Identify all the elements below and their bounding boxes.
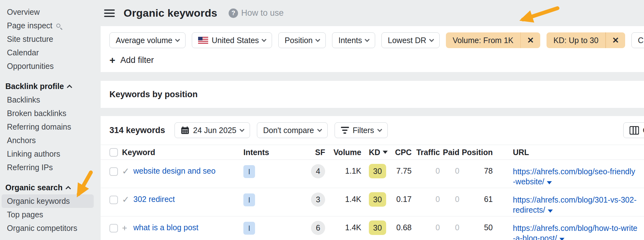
sidebar-item-label: Organic competitors [7, 224, 77, 233]
url-link[interactable]: https://ahrefs.com/blog/seo-friendly-web… [493, 166, 644, 187]
sidebar-item-backlinks[interactable]: Backlinks [2, 93, 94, 107]
sidebar-item-referring-domains[interactable]: Referring domains [2, 120, 94, 134]
table-row: ✓ website design and seo I 4 1.1K 30 7.7… [101, 160, 644, 188]
traffic-value: 0 [412, 195, 440, 204]
compare-dropdown[interactable]: Don't compare [257, 122, 328, 138]
keyword-link[interactable]: what is a blog post [133, 223, 243, 232]
serp-features-badge[interactable]: 3 [311, 193, 325, 207]
column-header-volume[interactable]: Volume [325, 148, 361, 157]
question-mark-icon: ? [229, 8, 238, 18]
active-filter-label: Volume: From 1K [446, 36, 520, 45]
sidebar-item-label: Referring domains [7, 122, 71, 131]
select-all-checkbox[interactable] [109, 148, 118, 157]
sidebar-item-page-inspect[interactable]: Page inspect [2, 19, 94, 32]
url-text: https://ahrefs.com/blog/how-to-write-a-b… [513, 224, 637, 240]
page-header: Organic keywords ? How to use [101, 0, 644, 26]
paid-value: 0 [440, 195, 459, 204]
remove-filter-icon[interactable]: ✕ [606, 36, 625, 45]
filter-dropdown-cpc[interactable]: CPC [631, 32, 644, 48]
section-label: Organic search [5, 183, 63, 192]
column-header-cpc[interactable]: CPC [390, 148, 412, 157]
intent-badge[interactable]: I [243, 193, 255, 206]
filter-dropdown-country[interactable]: United States [192, 32, 272, 48]
sidebar-item-organic-keywords[interactable]: Organic keywords [2, 194, 94, 208]
keyword-link[interactable]: website design and seo [133, 166, 243, 176]
column-header-url[interactable]: URL [493, 148, 644, 157]
sidebar-item-anchors[interactable]: Anchors [2, 134, 94, 147]
sidebar-item-label: Anchors [7, 136, 36, 145]
sidebar-item-linking-authors[interactable]: Linking authors [2, 147, 94, 161]
columns-button[interactable]: C [623, 122, 644, 138]
active-filter-volume[interactable]: Volume: From 1K ✕ [446, 32, 540, 48]
sidebar-item-label: Calendar [7, 48, 39, 57]
sidebar-item-referring-ips[interactable]: Referring IPs [2, 161, 94, 174]
filter-label: CPC [638, 36, 644, 45]
filter-label: Lowest DR [388, 36, 426, 45]
url-dropdown-icon[interactable] [547, 181, 552, 184]
traffic-value: 0 [412, 223, 440, 232]
column-header-intents[interactable]: Intents [243, 148, 303, 157]
compare-label: Don't compare [263, 126, 314, 135]
page-title: Organic keywords [124, 7, 217, 19]
position-value: 50 [459, 223, 493, 232]
filter-label: Position [285, 36, 313, 45]
sidebar-item-label: Page inspect [7, 21, 53, 30]
url-text: https://ahrefs.com/blog/301-vs-302-redir… [513, 195, 636, 214]
column-header-paid[interactable]: Paid [440, 148, 459, 157]
sidebar-item-organic-competitors[interactable]: Organic competitors [2, 221, 94, 235]
position-value: 78 [459, 166, 493, 176]
url-link[interactable]: https://ahrefs.com/blog/301-vs-302-redir… [493, 195, 644, 215]
sidebar-item-label: Organic keywords [7, 197, 70, 206]
column-header-sf[interactable]: SF [303, 148, 325, 157]
url-dropdown-icon[interactable] [559, 238, 564, 240]
row-checkbox[interactable] [109, 167, 118, 176]
chevron-down-icon [239, 127, 244, 132]
column-header-kd[interactable]: KD [361, 148, 390, 157]
row-checkbox[interactable] [109, 196, 118, 204]
date-label: 24 Jun 2025 [193, 126, 236, 135]
date-picker-button[interactable]: 24 Jun 2025 [175, 122, 250, 138]
add-filter-button[interactable]: + Add filter [109, 55, 179, 65]
chevron-down-icon [429, 37, 434, 42]
cpc-value: 0.17 [390, 195, 412, 204]
column-header-keyword[interactable]: Keyword [122, 148, 243, 157]
plus-icon[interactable]: + [122, 223, 133, 233]
filter-dropdown-lowest-dr[interactable]: Lowest DR [381, 32, 439, 48]
column-header-traffic[interactable]: Traffic [412, 148, 440, 157]
sidebar-item-opportunities[interactable]: Opportunities [2, 59, 94, 73]
sidebar: Overview Page inspect Site structure Cal… [0, 0, 98, 240]
url-link[interactable]: https://ahrefs.com/blog/how-to-write-a-b… [493, 223, 644, 240]
sidebar-item-label: Opportunities [7, 62, 54, 71]
serp-features-badge[interactable]: 6 [311, 221, 325, 235]
filter-row: Average volume United States Position In… [109, 32, 644, 48]
sidebar-item-site-structure[interactable]: Site structure [2, 32, 94, 46]
filter-dropdown-position[interactable]: Position [278, 32, 326, 48]
how-to-use-label: How to use [241, 8, 284, 18]
active-filter-kd[interactable]: KD: Up to 30 ✕ [547, 32, 625, 48]
menu-icon[interactable] [104, 9, 115, 17]
how-to-use-link[interactable]: ? How to use [229, 8, 284, 18]
url-dropdown-icon[interactable] [548, 209, 553, 213]
sidebar-item-calendar[interactable]: Calendar [2, 46, 94, 59]
filters-dropdown[interactable]: Filters [335, 122, 388, 138]
table-row: ✓ 302 redirect I 3 1.4K 30 0.17 0 0 61 h… [101, 188, 644, 216]
sidebar-item-overview[interactable]: Overview [2, 5, 94, 19]
sidebar-item-label: Overview [7, 8, 40, 17]
keyword-link[interactable]: 302 redirect [133, 195, 243, 204]
kd-header-label: KD [369, 148, 380, 157]
intent-badge[interactable]: I [243, 222, 255, 235]
sidebar-item-broken-backlinks[interactable]: Broken backlinks [2, 107, 94, 120]
filter-dropdown-average-volume[interactable]: Average volume [109, 32, 186, 48]
sidebar-section-organic-search[interactable]: Organic search [0, 181, 98, 194]
remove-filter-icon[interactable]: ✕ [521, 36, 540, 45]
chevron-up-icon [67, 85, 72, 90]
intent-badge[interactable]: I [243, 165, 255, 178]
row-checkbox[interactable] [109, 224, 118, 232]
sidebar-item-top-pages[interactable]: Top pages [2, 208, 94, 221]
kd-badge: 30 [369, 192, 386, 207]
filter-dropdown-intents[interactable]: Intents [332, 32, 375, 48]
column-header-position[interactable]: Position [459, 148, 493, 157]
serp-features-badge[interactable]: 4 [311, 164, 325, 178]
sidebar-section-backlink-profile[interactable]: Backlink profile [0, 80, 98, 93]
sidebar-item-label: Backlinks [7, 95, 40, 104]
